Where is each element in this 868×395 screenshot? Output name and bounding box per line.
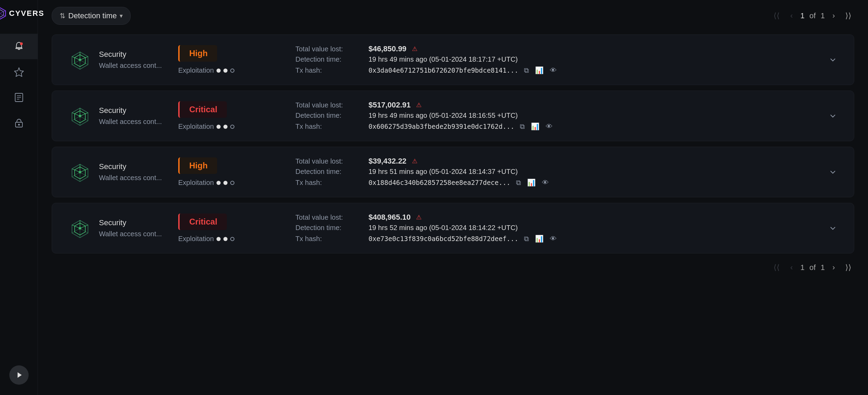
bottom-last-page-button[interactable]: ⟩⟩ (842, 262, 854, 273)
alert-severity-section: High Exploitation (171, 45, 282, 74)
alert-severity-section: High Exploitation (171, 157, 282, 187)
copy-hash-button[interactable]: ⧉ (518, 122, 526, 131)
tag-dot-1 (216, 125, 221, 129)
hide-hash-button[interactable]: 👁 (548, 66, 558, 75)
tag-dot-3 (230, 181, 234, 185)
expand-button[interactable] (824, 51, 841, 69)
alert-warning-icon: ⚠ (416, 101, 422, 109)
play-button[interactable] (9, 365, 29, 385)
bottom-page-total: 1 (820, 263, 825, 272)
bottom-prev-page-button[interactable]: ‹ (787, 262, 795, 273)
bottom-first-page-button[interactable]: ⟨⟨ (771, 262, 783, 273)
detection-label: Detection time: (295, 112, 364, 119)
hide-hash-button[interactable]: 👁 (544, 122, 554, 131)
tag-dot-3 (230, 125, 234, 129)
chevron-down-icon: ▾ (120, 12, 123, 20)
tag-dot-3 (230, 69, 234, 73)
total-value-label: Total value lost: (295, 214, 364, 221)
copy-hash-button[interactable]: ⧉ (523, 66, 530, 75)
star-icon (14, 67, 24, 77)
info-row-hash: Tx hash: 0x606275d39ab3fbede2b9391e0dc17… (295, 122, 824, 131)
alert-warning-icon: ⚠ (416, 214, 422, 221)
first-page-button[interactable]: ⟨⟨ (771, 10, 783, 22)
cube-icon (70, 106, 90, 126)
prev-page-button[interactable]: ‹ (787, 10, 795, 22)
header-bar: ⇅ Detection time ▾ ⟨⟨ ‹ 1 of 1 › ⟩⟩ (52, 7, 854, 25)
detection-label: Detection time: (295, 224, 364, 232)
sidebar-item-reports[interactable] (0, 85, 38, 110)
sidebar-item-alerts[interactable] (0, 34, 38, 59)
alert-icon-wrap (64, 218, 95, 238)
total-value: $408,965.10 (369, 213, 411, 222)
svg-marker-13 (18, 372, 22, 378)
last-page-button[interactable]: ⟩⟩ (842, 10, 854, 22)
alert-type-section: Security Wallet access cont... (95, 106, 171, 126)
detection-label: Detection time: (295, 168, 364, 176)
copy-hash-button[interactable]: ⧉ (515, 178, 522, 187)
svg-line-51 (72, 228, 80, 233)
sort-button[interactable]: ⇅ Detection time ▾ (52, 7, 131, 25)
alert-warning-icon: ⚠ (412, 45, 417, 53)
view-hash-button[interactable]: 📊 (534, 234, 545, 243)
detection-time: 19 hrs 51 mins ago (05-01-2024 18:14:37 … (369, 168, 518, 176)
total-value: $46,850.99 (369, 44, 406, 53)
category-label: Exploitation (178, 123, 214, 131)
hash-actions: ⧉ 📊 👁 (515, 178, 550, 187)
copy-hash-button[interactable]: ⧉ (523, 234, 530, 243)
bottom-next-page-button[interactable]: › (830, 262, 838, 273)
hide-hash-button[interactable]: 👁 (548, 234, 558, 243)
tag-dot-1 (216, 69, 221, 73)
alert-severity-section: Critical Exploitation (171, 214, 282, 243)
info-row-detection: Detection time: 19 hrs 49 mins ago (05-0… (295, 112, 824, 119)
svg-point-5 (20, 42, 23, 45)
view-hash-button[interactable]: 📊 (526, 178, 537, 187)
alert-icon-wrap (64, 106, 95, 126)
alert-tags: Exploitation (178, 179, 282, 187)
alert-type-label: Security (99, 218, 171, 227)
lock-icon (14, 118, 24, 128)
alert-type-section: Security Wallet access cont... (95, 218, 171, 238)
svg-line-21 (72, 60, 80, 65)
svg-marker-1 (0, 10, 4, 18)
tag-dot-1 (216, 181, 221, 185)
tag-dot-2 (223, 237, 228, 241)
sort-label: Detection time (68, 11, 117, 20)
bell-icon (14, 41, 24, 52)
alert-subtype: Wallet access cont... (99, 230, 171, 238)
sidebar: CYVERS (0, 0, 38, 395)
alert-tags: Exploitation (178, 66, 282, 74)
svg-point-33 (79, 115, 81, 117)
view-hash-button[interactable]: 📊 (529, 122, 541, 131)
next-page-button[interactable]: › (830, 10, 838, 22)
tag-dot-2 (223, 125, 228, 129)
sidebar-item-security[interactable] (0, 110, 38, 136)
alert-icon-wrap (64, 50, 95, 70)
tag-dot-2 (223, 69, 228, 73)
alert-tags: Exploitation (178, 123, 282, 131)
alert-info-section: Total value lost: $408,965.10 ⚠ Detectio… (282, 213, 824, 243)
page-of-text: of (809, 11, 816, 20)
tag-dot-2 (223, 181, 228, 185)
category-label: Exploitation (178, 179, 214, 187)
sidebar-item-favorites[interactable] (0, 59, 38, 85)
severity-badge: High (178, 45, 217, 62)
info-row-value: Total value lost: $517,002.91 ⚠ (295, 101, 824, 110)
hash-actions: ⧉ 📊 👁 (523, 65, 558, 75)
svg-line-22 (80, 60, 88, 65)
alert-icon-wrap (64, 162, 95, 182)
info-row-hash: Tx hash: 0x3da04e6712751b6726207bfe9bdce… (295, 65, 824, 75)
view-hash-button[interactable]: 📊 (534, 65, 545, 75)
alert-severity-section: Critical Exploitation (171, 101, 282, 131)
detection-time: 19 hrs 49 mins ago (05-01-2024 18:16:55 … (369, 112, 518, 119)
expand-button[interactable] (824, 164, 841, 181)
expand-button[interactable] (824, 107, 841, 125)
detection-time: 19 hrs 49 mins ago (05-01-2024 18:17:17 … (369, 55, 518, 63)
hide-hash-button[interactable]: 👁 (541, 178, 550, 187)
expand-button[interactable] (824, 220, 841, 237)
category-label: Exploitation (178, 235, 214, 243)
page-current: 1 (800, 11, 805, 20)
alert-type-label: Security (99, 162, 171, 171)
tag-dot-1 (216, 237, 221, 241)
header-pagination: ⟨⟨ ‹ 1 of 1 › ⟩⟩ (771, 10, 854, 22)
tx-hash-value: 0x606275d39ab3fbede2b9391e0dc1762d... (369, 123, 514, 130)
